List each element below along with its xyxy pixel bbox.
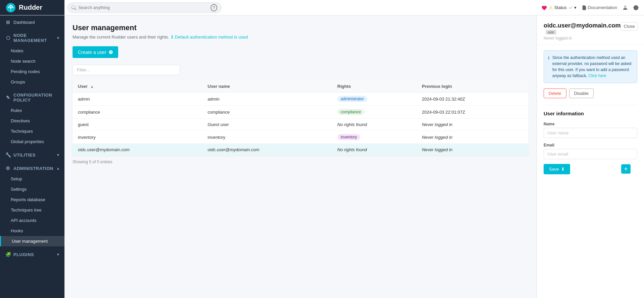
sidebar-item-node-search[interactable]: Node search [0, 56, 64, 66]
status-label: Status [554, 5, 567, 10]
config-icon: ✎ [5, 95, 11, 100]
subtitle-info-icon: ℹ [171, 34, 173, 40]
panel-title-area: oidc.user@mydomain.com oidc Never logged… [544, 22, 621, 41]
cell-user: oidc.user@mydomain.com [73, 144, 202, 156]
utilities-icon: 🔧 [5, 152, 11, 158]
click-here-link[interactable]: Click here [588, 73, 606, 78]
status-chevron: ▾ [574, 5, 577, 10]
col-previous-login: Previous login [416, 80, 528, 93]
sidebar-item-groups[interactable]: Groups [0, 77, 64, 87]
main-content: User management Manage the current Rudde… [64, 15, 537, 298]
cell-rights: inventory [332, 131, 417, 144]
table-row[interactable]: guestGuest userNo rights foundNever logg… [73, 119, 528, 131]
search-bar[interactable]: ? [67, 2, 222, 13]
sidebar-item-rules[interactable]: Rules [0, 105, 64, 116]
add-button[interactable]: + [621, 164, 631, 174]
sidebar-section-plugins: 🧩 Plugins ▾ [0, 248, 64, 261]
content-area: User management Manage the current Rudde… [64, 15, 537, 298]
col-rights: Rights [332, 80, 417, 93]
user-info-section-title: User information [544, 111, 637, 116]
create-user-button[interactable]: Create a user ⊕ [73, 46, 118, 58]
sidebar-item-nodes[interactable]: Nodes [0, 46, 64, 56]
sidebar-item-techniques-tree[interactable]: Techniques tree [0, 205, 64, 215]
topbar: Rudder ? ⚠ Status ▾ Documentation [0, 0, 644, 15]
sidebar-item-techniques[interactable]: Techniques [0, 126, 64, 136]
status-check-icon [568, 5, 573, 10]
panel-subtitle: Never logged in [544, 36, 621, 41]
email-form-group: Email [544, 143, 637, 159]
panel-title: oidc.user@mydomain.com oidc [544, 22, 621, 35]
name-form-group: Name [544, 122, 637, 138]
admin-icon: ⚙ [5, 166, 11, 171]
user-table: User ▲ User name Rights Previous login [73, 80, 528, 156]
status-indicator[interactable]: ⚠ Status ▾ [541, 5, 577, 10]
sidebar-item-administration[interactable]: ⚙ Administration ▴ [0, 163, 64, 174]
cell-user: admin [73, 93, 202, 106]
sidebar-item-pending-nodes[interactable]: Pending nodes [0, 66, 64, 77]
node-mgmt-icon: ⬡ [5, 35, 11, 41]
cell-user: compliance [73, 106, 202, 119]
documentation-label: Documentation [588, 5, 617, 10]
subtitle-text: Manage the current Rudder users and thei… [73, 35, 169, 40]
cell-previous-login: Never logged in [416, 119, 528, 131]
sidebar-item-api-accounts[interactable]: API accounts [0, 215, 64, 226]
sidebar-section-config: ✎ Configuration policy Rules Directives … [0, 88, 64, 148]
sidebar-item-hooks[interactable]: Hooks [0, 226, 64, 236]
right-panel: oidc.user@mydomain.com oidc Never logged… [537, 15, 644, 298]
user-profile-button[interactable] [623, 5, 628, 10]
settings-icon-button[interactable] [633, 5, 639, 10]
user-icon [623, 5, 628, 10]
sidebar-item-config-policy[interactable]: ✎ Configuration policy [0, 90, 64, 105]
logo: Rudder [0, 0, 64, 15]
table-row[interactable]: inventoryinventoryinventoryNever logged … [73, 131, 528, 144]
cell-rights: administrator [332, 93, 417, 106]
email-input[interactable] [544, 149, 637, 159]
panel-badge: oidc [546, 30, 556, 35]
cell-previous-login: 2024-09-03 22:01:07Z [416, 106, 528, 119]
sidebar-item-settings[interactable]: Settings [0, 184, 64, 194]
cell-previous-login: Never logged in [416, 144, 528, 156]
cell-rights: No rights found [332, 119, 417, 131]
sidebar-item-utilities[interactable]: 🔧 Utilities ▾ [0, 150, 64, 160]
sidebar-item-plugins[interactable]: 🧩 Plugins ▾ [0, 249, 64, 260]
showing-text: Showing 5 of 5 entries [73, 160, 528, 164]
sort-icon-user: ▲ [90, 84, 94, 88]
panel-body: ℹ Since the authentication method used a… [537, 45, 644, 180]
settings-icon [633, 5, 639, 10]
table-row[interactable]: oidc.user@mydomain.comoidc.user@mydomain… [73, 144, 528, 156]
panel-header: oidc.user@mydomain.com oidc Never logged… [537, 15, 644, 45]
table-row[interactable]: adminadminadministrator2024-09-03 21:32:… [73, 93, 528, 106]
sidebar-item-setup[interactable]: Setup [0, 174, 64, 184]
sidebar-item-node-management[interactable]: ⬡ Node management ▾ [0, 30, 64, 46]
help-icon[interactable]: ? [211, 4, 217, 11]
col-username: User name [202, 80, 332, 93]
auth-method-link[interactable]: Default authentication method is used [175, 35, 248, 40]
panel-actions: Delete Disable [544, 88, 637, 98]
sidebar-item-dashboard[interactable]: ⊞ Dashboard [0, 17, 64, 27]
delete-user-button[interactable]: Delete [544, 88, 566, 98]
name-input[interactable] [544, 128, 637, 138]
cell-username: oidc.user@mydomain.com [202, 144, 332, 156]
close-panel-button[interactable]: Close [621, 22, 638, 31]
cell-username: admin [202, 93, 332, 106]
info-box-icon: ℹ [548, 55, 550, 79]
sidebar-item-directives[interactable]: Directives [0, 116, 64, 126]
sidebar-item-reports-database[interactable]: Reports database [0, 194, 64, 205]
table-body: adminadminadministrator2024-09-03 21:32:… [73, 93, 528, 156]
svg-point-1 [10, 7, 12, 9]
topbar-right: ⚠ Status ▾ Documentation [541, 5, 639, 10]
sidebar-item-global-properties[interactable]: Global properties [0, 136, 64, 147]
documentation-button[interactable]: Documentation [582, 5, 617, 10]
cell-user: inventory [73, 131, 202, 144]
doc-icon [582, 5, 587, 10]
save-button[interactable]: Save ⬇ [544, 164, 570, 174]
filter-input[interactable] [73, 65, 180, 75]
plugins-chevron: ▾ [57, 252, 59, 257]
warning-icon: ⚠ [549, 5, 553, 10]
search-input[interactable] [78, 5, 209, 10]
panel-divider-1 [544, 105, 637, 105]
table-row[interactable]: compliancecompliancecompliance2024-09-03… [73, 106, 528, 119]
sidebar-section-admin: ⚙ Administration ▴ Setup Settings Report… [0, 162, 64, 248]
sidebar-item-user-management[interactable]: User management [0, 236, 64, 246]
disable-user-button[interactable]: Disable [569, 88, 594, 98]
